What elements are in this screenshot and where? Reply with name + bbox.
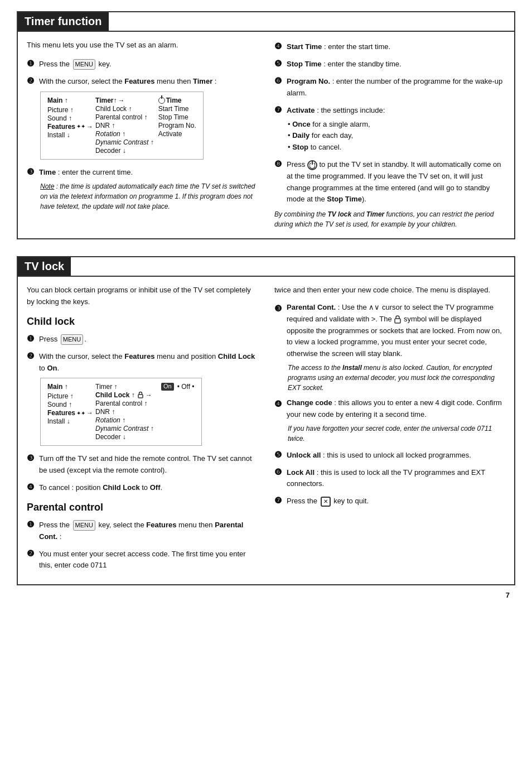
tvlock-step7: ❼ Press the ✕ key to quit. [274, 494, 505, 507]
tvlock-italic-note3: The access to the Install menu is also l… [288, 363, 505, 393]
timer-note: Note : the time is updated automatically… [40, 181, 258, 211]
diag-sub: Timer ↑ → Child Lock ↑ Parental control … [95, 97, 154, 155]
tvlock-italic-note4: If you have forgotten your secret code, … [288, 424, 505, 444]
childlock-step4: ❹ To cancel : position Child Lock to Off… [27, 480, 258, 494]
svg-rect-0 [312, 161, 313, 165]
timer-section: Timer function This menu lets you use th… [17, 11, 515, 239]
childlock-step1: ❶ Press MENU. [27, 332, 258, 345]
timer-step7: ❼ Activate : the settings include: [274, 103, 505, 117]
timer-intro: This menu lets you use the TV set as an … [27, 40, 258, 51]
tvlock-section: TV lock You can block certain programs o… [17, 256, 515, 585]
tvlock-step5: ❺ Unlock all : this is used to unlock al… [274, 448, 505, 461]
lock-arrow: → [137, 391, 152, 399]
on-badge: On [161, 383, 174, 391]
step2-num: ❷ [27, 74, 39, 88]
tvlock-step6: ❻ Lock All : this is used to lock all th… [274, 465, 505, 490]
timer-italic-note: By combining the TV lock and Timer funct… [274, 209, 505, 229]
menu-key-1: MENU [73, 59, 95, 70]
diag-main: Main ↑ Picture ↑ Sound ↑ Features ✦✦→ In… [47, 97, 93, 139]
tvlock-step3: ❸ Parental Cont. : Use the ∧∨ cursor to … [274, 302, 505, 360]
tvlock-right-intro: twice and then enter your new code choic… [274, 285, 505, 296]
timer-step8: ❽ Press to put the TV set in standby. It… [274, 157, 505, 205]
parental-step2: ❷ You must enter your secret access code… [27, 547, 258, 572]
parental-title: Parental control [27, 502, 258, 513]
off-option: • Off • [177, 383, 195, 391]
diag-sub2: Time Start Time Stop Time Program No. Ac… [158, 97, 196, 138]
timer-step6: ❻ Program No. : enter the number of the … [274, 74, 505, 99]
svg-rect-2 [395, 319, 400, 323]
step2-text: With the cursor, select the Features men… [39, 76, 216, 88]
tvlock-step4: ❹ Change code : this allows you to enter… [274, 397, 505, 421]
lock-icon [394, 315, 402, 324]
note-text: : the time is updated automatically each… [40, 182, 255, 210]
standby-icon [307, 160, 317, 170]
menu-key-3: MENU [73, 520, 95, 531]
step3-num: ❸ [27, 165, 39, 179]
timer-left-col: This menu lets you use the TV set as an … [27, 40, 258, 229]
parental-step1: ❶ Press the MENU key, select the Feature… [27, 518, 258, 543]
childlock-diagram: Main ↑ Picture ↑ Sound ↑ Features ✦✦→ In… [40, 378, 202, 446]
svg-rect-1 [138, 395, 143, 398]
timer-step5: ❺ Stop Time : enter the standby time. [274, 57, 505, 70]
childlock-step2: ❷ With the cursor, select the Features m… [27, 349, 258, 374]
menu-key-2: MENU [61, 334, 83, 345]
timer-section-title: Timer function [25, 15, 102, 27]
timer-step4: ❹ Start Time : enter the start time. [274, 40, 505, 53]
timer-diagram: Main ↑ Picture ↑ Sound ↑ Features ✦✦→ In… [40, 92, 204, 160]
page-number: 7 [17, 591, 515, 599]
quit-icon: ✕ [321, 497, 331, 507]
tvlock-intro: You can block certain programs or inhibi… [27, 285, 258, 308]
tvlock-section-title: TV lock [25, 260, 64, 272]
tvlock-right-col: twice and then enter your new code choic… [274, 285, 505, 575]
step1-text: Press the MENU key. [39, 59, 111, 70]
childlock-title: Child lock [27, 316, 258, 328]
step1-num: ❶ [27, 57, 39, 70]
step3-text: Time : enter the current time. [39, 167, 133, 179]
timer-step3: ❸ Time : enter the current time. [27, 165, 258, 179]
childlock-step3: ❸ Turn off the TV set and hide the remot… [27, 451, 258, 477]
timer-step1: ❶ Press the MENU key. [27, 57, 258, 70]
timer-activate-bullets: • Once for a single alarm, • Daily for e… [288, 119, 505, 153]
timer-step2: ❷ With the cursor, select the Features m… [27, 74, 258, 88]
timer-right-col: ❹ Start Time : enter the start time. ❺ S… [274, 40, 505, 229]
tvlock-left-col: You can block certain programs or inhibi… [27, 285, 258, 575]
note-label: Note [40, 182, 54, 190]
